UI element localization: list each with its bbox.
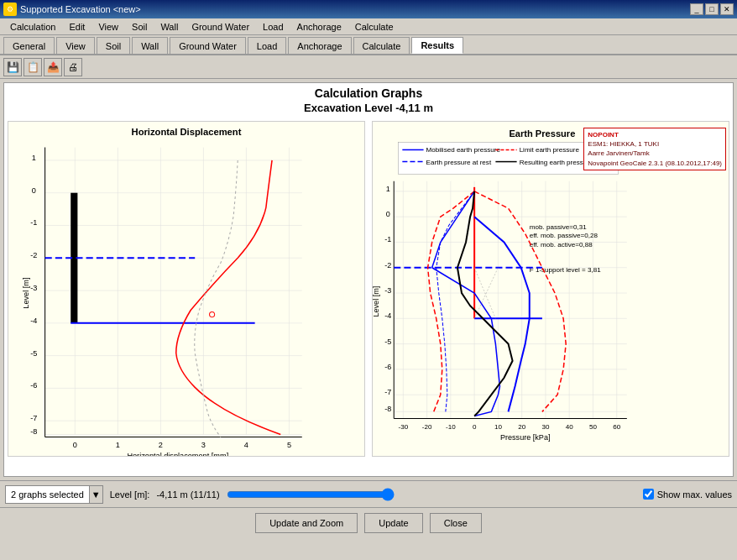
svg-text:0: 0 [32,186,36,195]
svg-text:Resulting earth pressure: Resulting earth pressure [520,159,593,166]
svg-text:-7: -7 [30,414,37,422]
svg-text:Horizontal displacement [mm]: Horizontal displacement [mm] [127,452,228,456]
window-title: Supported Excavation <new> [20,4,141,14]
svg-text:eff. mob. passive=0,28: eff. mob. passive=0,28 [530,232,598,239]
tab-general[interactable]: General [3,37,55,54]
svg-text:-3: -3 [30,284,37,292]
title-bar: ⚙ Supported Excavation <new> _ □ ✕ [0,0,737,18]
action-bar: Update and Zoom Update Close [0,507,737,537]
svg-text:-1: -1 [384,235,391,243]
svg-text:-20: -20 [422,423,432,431]
tab-calculate[interactable]: Calculate [353,37,410,54]
svg-text:Earth Pressure: Earth Pressure [509,128,575,139]
svg-text:-1: -1 [30,218,37,227]
main-content: Calculation Graphs Excavation Level -4,1… [3,82,734,477]
tab-groundwater[interactable]: Ground Water [170,37,246,54]
title-bar-left: ⚙ Supported Excavation <new> [3,3,141,16]
level-range-input[interactable] [227,488,395,501]
svg-text:0: 0 [386,210,390,218]
svg-text:Limit earth pressure: Limit earth pressure [520,146,580,154]
svg-text:Earth pressure at rest: Earth pressure at rest [426,159,492,166]
charts-container: Horizontal Displacement 1 0 -1 -2 -3 -4 … [8,121,729,457]
svg-text:3: 3 [201,441,206,449]
menu-calculation[interactable]: Calculation [3,20,62,34]
svg-text:-3: -3 [384,286,391,295]
maximize-button[interactable]: □ [705,3,719,15]
svg-text:-7: -7 [384,388,391,396]
show-max-label: Show max. values [657,489,732,500]
toolbar: 💾 📋 📤 🖨 [0,55,737,79]
tab-load[interactable]: Load [248,37,286,54]
svg-text:0: 0 [73,441,77,449]
svg-text:-2: -2 [384,261,391,270]
svg-text:-8: -8 [384,405,391,413]
close-button[interactable]: Close [430,513,482,533]
print-button[interactable]: 🖨 [64,58,82,76]
update-button[interactable]: Update [364,513,422,533]
menu-groundwater[interactable]: Ground Water [185,20,256,34]
tab-wall[interactable]: Wall [132,37,168,54]
svg-text:20: 20 [518,423,525,431]
chart-title: Calculation Graphs [8,86,729,100]
svg-text:1: 1 [32,154,36,162]
svg-text:mob. passive=0,31: mob. passive=0,31 [530,223,587,231]
svg-text:-4: -4 [384,311,391,320]
level-value: -4,11 m (11/11) [156,489,219,500]
info-box: NOPOINT ESM1: HIEKKA, 1 TUKI Aarre Jarvi… [583,128,726,170]
svg-text:1: 1 [386,185,390,193]
level-slider[interactable] [227,488,636,501]
svg-text:0: 0 [473,423,477,431]
tab-soil[interactable]: Soil [97,37,130,54]
info-line4: Novapoint GeoCale 2.3.1 (08.10.2012,17:4… [588,159,722,168]
svg-text:Horizontal Displacement: Horizontal Displacement [132,127,242,137]
info-line3: Aarre Jarvinen/Tamk [588,149,722,158]
svg-text:4: 4 [244,441,248,449]
app-icon: ⚙ [3,3,17,16]
menu-soil[interactable]: Soil [125,20,154,34]
minimize-button[interactable]: _ [690,3,703,15]
graphs-dropdown[interactable]: 2 graphs selected ▼ [5,485,103,504]
menu-calculate[interactable]: Calculate [348,20,400,34]
menu-load[interactable]: Load [256,20,290,34]
copy-button[interactable]: 📋 [24,58,42,76]
svg-text:50: 50 [589,423,597,431]
show-max-checkbox[interactable] [643,489,654,500]
svg-text:5: 5 [287,441,291,449]
svg-text:-5: -5 [384,338,391,346]
save-button[interactable]: 💾 [3,58,22,76]
svg-text:-4: -4 [30,317,37,325]
svg-text:-30: -30 [399,423,409,431]
svg-text:-2: -2 [30,251,37,259]
tab-anchorage[interactable]: Anchorage [288,37,351,54]
right-chart: Earth Pressure Mobilised earth pressure … [372,121,729,457]
chart-subtitle: Excavation Level -4,11 m [8,102,729,114]
status-bar: 2 graphs selected ▼ Level [m]: -4,11 m (… [0,480,737,507]
tab-view[interactable]: View [56,37,95,54]
svg-text:Level [m]: Level [m] [22,277,30,308]
close-button[interactable]: ✕ [720,3,734,15]
tab-bar: General View Soil Wall Ground Water Load… [0,35,737,55]
dropdown-arrow[interactable]: ▼ [89,486,102,503]
menu-wall[interactable]: Wall [154,20,185,34]
svg-text:30: 30 [541,423,549,431]
svg-text:-5: -5 [30,349,37,358]
update-zoom-button[interactable]: Update and Zoom [255,513,358,533]
menu-view[interactable]: View [91,20,125,34]
title-bar-buttons: _ □ ✕ [690,3,734,15]
graphs-selected-text: 2 graphs selected [6,489,89,500]
svg-text:40: 40 [566,423,573,431]
level-label: Level [m]: [110,489,150,500]
tab-results[interactable]: Results [411,37,463,54]
svg-text:-8: -8 [30,427,37,436]
svg-text:Level [m]: Level [m] [373,286,380,317]
svg-text:10: 10 [494,423,502,431]
svg-point-40 [210,312,215,317]
svg-text:-10: -10 [446,423,456,431]
show-max-container: Show max. values [643,489,732,500]
svg-text:1: 1 [116,441,120,449]
menu-edit[interactable]: Edit [62,20,91,34]
menu-bar: Calculation Edit View Soil Wall Ground W… [0,18,737,35]
menu-anchorage[interactable]: Anchorage [290,20,348,34]
export-button[interactable]: 📤 [44,58,62,76]
svg-text:Mobilised earth pressure: Mobilised earth pressure [426,146,501,154]
